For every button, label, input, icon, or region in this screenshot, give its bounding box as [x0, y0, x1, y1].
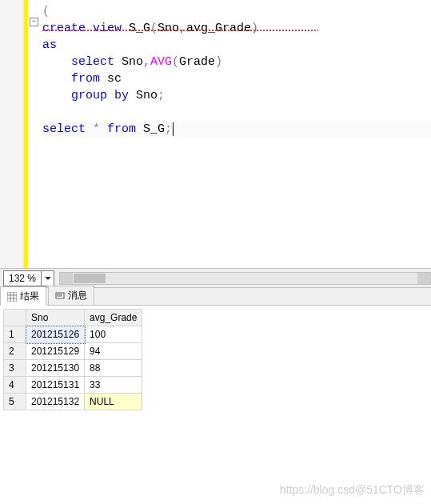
cell-sno[interactable]: 201215130 [26, 360, 85, 377]
row-number[interactable]: 5 [4, 394, 26, 410]
cell-avg-grade[interactable]: 100 [85, 326, 142, 343]
scroll-right-button[interactable] [417, 273, 430, 284]
row-number[interactable]: 4 [4, 377, 26, 394]
messages-icon [55, 291, 65, 301]
error-squiggle [42, 30, 318, 31]
cell-sno[interactable]: 201215126 [26, 326, 85, 343]
cell-avg-grade[interactable]: 94 [85, 343, 142, 360]
results-panel: Sno avg_Grade 1 201215126 100 2 20121512… [0, 306, 431, 414]
chevron-down-icon [45, 277, 51, 280]
text-caret [173, 122, 174, 136]
table-row[interactable]: 5 201215132 NULL [4, 394, 142, 410]
results-table[interactable]: Sno avg_Grade 1 201215126 100 2 20121512… [3, 309, 142, 410]
tab-results-label: 结果 [20, 290, 39, 303]
scroll-thumb[interactable] [74, 274, 106, 283]
zoom-dropdown[interactable]: 132 % [3, 270, 54, 286]
code-line[interactable]: ( [42, 3, 431, 20]
editor-gutter [0, 0, 24, 268]
code-line[interactable]: create view S_G(Sno,avg_Grade) [42, 20, 431, 37]
results-tabs: 结果 消息 [0, 288, 431, 306]
code-line[interactable] [42, 104, 431, 121]
tab-results[interactable]: 结果 [0, 286, 46, 306]
table-row[interactable]: 1 201215126 100 [4, 326, 142, 343]
cell-avg-grade[interactable]: 88 [85, 360, 142, 377]
cell-sno[interactable]: 201215131 [26, 377, 85, 394]
table-row[interactable]: 4 201215131 33 [4, 377, 142, 394]
code-line[interactable]: select Sno,AVG(Grade) [42, 54, 431, 70]
corner-cell[interactable] [4, 310, 26, 326]
cell-avg-grade[interactable]: 33 [85, 377, 142, 394]
table-row[interactable]: 2 201215129 94 [4, 343, 142, 360]
code-editor[interactable]: − ( create view S_G(Sno,avg_Grade) as se… [0, 0, 431, 268]
row-number[interactable]: 1 [4, 326, 26, 343]
code-line[interactable]: select * from S_G; [42, 121, 431, 138]
row-number[interactable]: 3 [4, 360, 26, 377]
fold-gutter: − [28, 0, 42, 268]
cell-sno[interactable]: 201215129 [26, 343, 85, 360]
zoom-dropdown-button[interactable] [41, 271, 54, 286]
table-row[interactable]: 3 201215130 88 [4, 360, 142, 377]
code-line[interactable]: as [42, 37, 431, 54]
code-content[interactable]: ( create view S_G(Sno,avg_Grade) as sele… [42, 0, 431, 268]
row-number[interactable]: 2 [4, 343, 26, 360]
code-line[interactable]: from sc [42, 70, 431, 87]
watermark-text: https://blog.csd@51CTO博客 [280, 483, 425, 498]
cell-sno[interactable]: 201215132 [26, 394, 85, 410]
zoom-value: 132 % [4, 273, 41, 284]
scroll-left-button[interactable] [60, 273, 73, 284]
column-header-sno[interactable]: Sno [26, 310, 85, 326]
cell-avg-grade-null[interactable]: NULL [85, 394, 142, 410]
grid-icon [7, 292, 17, 302]
fold-collapse-icon[interactable]: − [30, 18, 38, 26]
column-header-avg-grade[interactable]: avg_Grade [85, 310, 142, 326]
table-header-row: Sno avg_Grade [4, 310, 142, 326]
horizontal-scrollbar[interactable] [59, 272, 431, 285]
svg-rect-0 [7, 292, 17, 302]
tab-messages-label: 消息 [68, 289, 87, 302]
tab-messages[interactable]: 消息 [48, 286, 94, 305]
code-line[interactable]: group by Sno; [42, 87, 431, 104]
